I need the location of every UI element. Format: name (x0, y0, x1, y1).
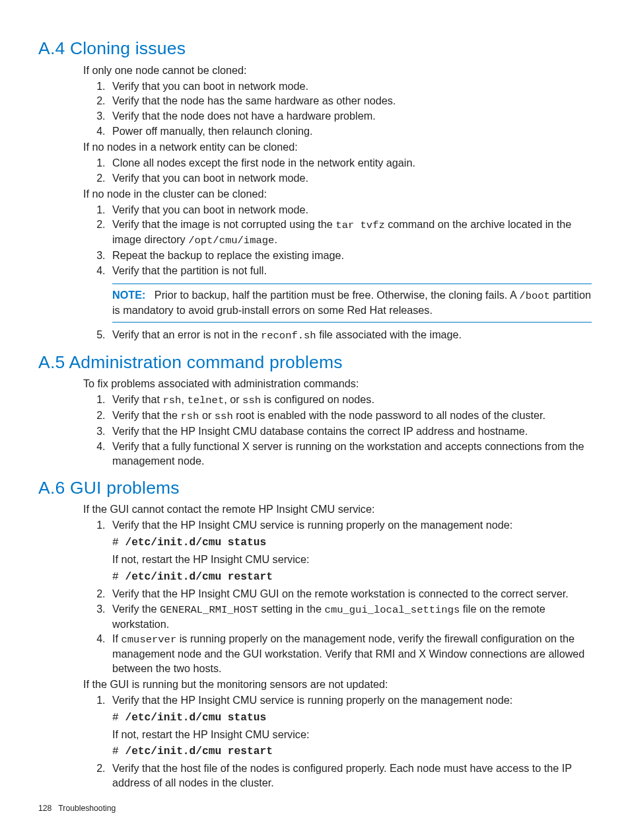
a4-intro1: If only one node cannot be cloned: (83, 63, 592, 78)
code: telnet (187, 395, 224, 406)
list-item: Verify that the HP Insight CMU database … (108, 424, 592, 439)
heading-a5: A.5 Administration command problems (38, 351, 592, 375)
command: /etc/init.d/cmu restart (125, 571, 272, 583)
a4-intro2: If no nodes in a network entity can be c… (83, 140, 592, 155)
text: Verify the (112, 603, 160, 615)
command: /etc/init.d/cmu status (125, 537, 266, 549)
list-item: Verify that the image is not corrupted u… (108, 217, 592, 248)
list-item: Verify that the HP Insight CMU service i… (108, 518, 592, 584)
text: Verify that the partition is not full. (112, 264, 267, 276)
a4-intro3: If no node in the cluster can be cloned: (83, 187, 592, 202)
text: Verify that the (112, 409, 180, 421)
command-block: # /etc/init.d/cmu restart (112, 744, 592, 759)
list-item: Verify that you can boot in network mode… (108, 203, 592, 217)
list-item: Power off manually, then relaunch clonin… (108, 124, 592, 139)
list-item: Verify the GENERAL_RMI_HOST setting in t… (108, 602, 592, 632)
a6-intro2: If the GUI is running but the monitoring… (83, 677, 592, 692)
footer-title: Troubleshooting (58, 804, 116, 813)
text: If (112, 632, 122, 644)
list-item: Verify that the partition is not full. N… (108, 264, 592, 323)
command-block: # /etc/init.d/cmu status (112, 710, 592, 726)
code: rsh (180, 410, 199, 422)
prompt: # (112, 745, 125, 757)
code: cmuserver (122, 634, 177, 646)
list-item: Verify that the rsh or ssh root is enabl… (108, 408, 592, 424)
list-item: If cmuserver is running properly on the … (108, 632, 592, 676)
command: /etc/init.d/cmu status (125, 712, 266, 724)
list-item: Verify that rsh, telnet, or ssh is confi… (108, 393, 592, 408)
text: . (274, 233, 277, 245)
section-a6-body: If the GUI cannot contact the remote HP … (83, 502, 592, 790)
prompt: # (112, 571, 125, 583)
heading-a6: A.6 GUI problems (38, 477, 592, 500)
text: If not, restart the HP Insight CMU servi… (112, 728, 592, 742)
list-item: Verify that you can boot in network mode… (108, 171, 592, 186)
text: root is enabled with the node password t… (233, 409, 545, 421)
section-a4-body: If only one node cannot be cloned: Verif… (83, 63, 592, 343)
note-text: Prior to backup, half the partition must… (155, 289, 519, 301)
code: cmu_gui_local_settings (325, 604, 460, 616)
page-footer: 128Troubleshooting (38, 803, 116, 814)
page: A.4 Cloning issues If only one node cann… (0, 0, 630, 840)
code: reconf.sh (261, 330, 316, 342)
a4-list3: Verify that you can boot in network mode… (83, 203, 592, 343)
code: tar tvfz (335, 219, 384, 231)
text: , or (224, 393, 242, 405)
text: file associated with the image. (316, 328, 462, 340)
code: ssh (215, 410, 233, 422)
text: Verify that the HP Insight CMU service i… (112, 694, 512, 706)
text: or (199, 409, 214, 421)
text: Verify that an error is not in the (112, 328, 261, 340)
code: GENERAL_RMI_HOST (160, 604, 258, 616)
list-item: Verify that the HP Insight CMU GUI on th… (108, 587, 592, 601)
code: ssh (242, 395, 261, 406)
text: is running properly on the management no… (112, 632, 584, 674)
page-number: 128 (38, 804, 52, 813)
heading-a4: A.4 Cloning issues (38, 37, 592, 61)
a5-intro: To fix problems associated with administ… (83, 377, 592, 391)
a6-list1: Verify that the HP Insight CMU service i… (83, 518, 592, 676)
code: /boot (519, 290, 550, 302)
note-box: NOTE: Prior to backup, half the partitio… (112, 284, 592, 323)
text: Verify that (112, 393, 162, 405)
a4-list1: Verify that you can boot in network mode… (83, 79, 592, 139)
text: setting in the (258, 603, 325, 615)
list-item: Verify that the host file of the nodes i… (108, 761, 592, 790)
section-a5-body: To fix problems associated with administ… (83, 377, 592, 468)
text: Verify that the HP Insight CMU service i… (112, 519, 512, 531)
a6-list2: Verify that the HP Insight CMU service i… (83, 693, 592, 790)
list-item: Verify that the HP Insight CMU service i… (108, 693, 592, 759)
code: /opt/cmu/image (188, 235, 274, 247)
text: is configured on nodes. (261, 393, 374, 405)
text: If not, restart the HP Insight CMU servi… (112, 553, 592, 567)
list-item: Clone all nodes except the first node in… (108, 156, 592, 171)
list-item: Verify that the node has the same hardwa… (108, 94, 592, 108)
text: Verify that the image is not corrupted u… (112, 218, 335, 230)
command-block: # /etc/init.d/cmu status (112, 535, 592, 551)
a6-intro1: If the GUI cannot contact the remote HP … (83, 502, 592, 517)
note-label: NOTE: (112, 289, 145, 301)
list-item: Verify that the node does not have a har… (108, 109, 592, 124)
a4-list2: Clone all nodes except the first node in… (83, 156, 592, 186)
list-item: Verify that a fully functional X server … (108, 439, 592, 469)
prompt: # (112, 537, 125, 549)
command-block: # /etc/init.d/cmu restart (112, 569, 592, 585)
prompt: # (112, 712, 125, 724)
a5-list: Verify that rsh, telnet, or ssh is confi… (83, 393, 592, 468)
code: rsh (162, 395, 181, 406)
list-item: Verify that you can boot in network mode… (108, 79, 592, 94)
command: /etc/init.d/cmu restart (125, 745, 272, 757)
list-item: Verify that an error is not in the recon… (108, 328, 592, 343)
list-item: Repeat the backup to replace the existin… (108, 248, 592, 263)
